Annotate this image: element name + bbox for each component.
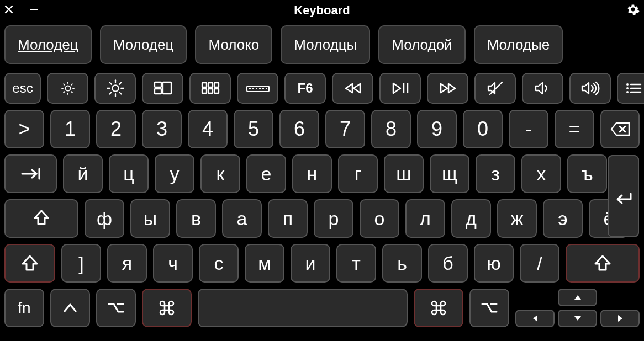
key-letter[interactable]: ю bbox=[474, 244, 514, 283]
caps-lock-icon bbox=[33, 210, 50, 227]
key-letter[interactable]: р bbox=[314, 199, 353, 238]
f6-key[interactable]: F6 bbox=[284, 73, 326, 104]
key-letter[interactable]: ] bbox=[61, 244, 101, 283]
key-letter[interactable]: а bbox=[222, 199, 262, 238]
key-letter[interactable]: й bbox=[63, 154, 103, 193]
suggestion-item[interactable]: Молоко bbox=[195, 25, 272, 64]
key-letter[interactable]: ц bbox=[109, 154, 149, 193]
key-letter[interactable]: т bbox=[336, 244, 376, 283]
command-right-key[interactable] bbox=[414, 289, 463, 327]
key-letter[interactable]: л bbox=[405, 199, 445, 238]
key-0[interactable]: 0 bbox=[463, 110, 503, 148]
key-letter[interactable]: х bbox=[521, 154, 561, 193]
volume-up-key[interactable] bbox=[569, 73, 611, 104]
letter-row-2: ф ы в а п р о л д ж э ё bbox=[4, 199, 640, 238]
spacebar-key[interactable] bbox=[198, 289, 408, 327]
list-icon bbox=[625, 82, 642, 94]
caps-lock-key[interactable] bbox=[4, 199, 78, 238]
shift-left-key[interactable] bbox=[4, 244, 55, 283]
key-letter[interactable]: / bbox=[520, 244, 559, 283]
svg-line-7 bbox=[71, 92, 72, 92]
key-letter[interactable]: ч bbox=[153, 244, 193, 283]
list-key[interactable] bbox=[617, 73, 644, 104]
arrow-left-key[interactable] bbox=[515, 310, 555, 327]
shift-right-key[interactable] bbox=[566, 244, 640, 283]
keyboard-backlight-key[interactable] bbox=[237, 73, 278, 104]
command-icon bbox=[430, 300, 447, 316]
key-letter[interactable]: г bbox=[338, 154, 378, 193]
arrow-left-icon bbox=[532, 315, 538, 322]
svg-line-8 bbox=[64, 92, 64, 92]
key-6[interactable]: 6 bbox=[279, 110, 319, 148]
svg-rect-20 bbox=[155, 89, 161, 94]
key-letter[interactable]: и bbox=[291, 244, 330, 283]
enter-key[interactable] bbox=[607, 154, 640, 238]
suggestion-bar: Молодец Молодец Молоко Молодцы Молодой М… bbox=[0, 19, 644, 71]
fn-key[interactable]: fn bbox=[4, 289, 44, 327]
suggestion-item[interactable]: Молодцы bbox=[281, 25, 370, 64]
key-letter[interactable]: ф bbox=[85, 199, 124, 238]
suggestion-item[interactable]: Молодец bbox=[4, 25, 92, 64]
suggestion-item[interactable]: Молодец bbox=[100, 25, 187, 64]
key-letter[interactable]: ь bbox=[382, 244, 422, 283]
volume-down-key[interactable] bbox=[522, 73, 563, 104]
arrow-down-key[interactable] bbox=[558, 310, 597, 327]
arrow-up-key[interactable] bbox=[558, 289, 597, 306]
key-letter[interactable]: д bbox=[451, 199, 491, 238]
arrow-right-key[interactable] bbox=[600, 310, 640, 327]
settings-button[interactable] bbox=[626, 3, 640, 16]
svg-rect-23 bbox=[208, 83, 213, 87]
key-9[interactable]: 9 bbox=[417, 110, 457, 148]
key-3[interactable]: 3 bbox=[142, 110, 182, 148]
key-letter[interactable]: н bbox=[292, 154, 332, 193]
fast-forward-key[interactable] bbox=[427, 73, 468, 104]
key-letter[interactable]: б bbox=[428, 244, 468, 283]
launchpad-key[interactable] bbox=[189, 73, 231, 104]
option-icon bbox=[108, 302, 124, 314]
key-1[interactable]: 1 bbox=[50, 110, 90, 148]
key-letter[interactable]: у bbox=[155, 154, 194, 193]
key-letter[interactable]: щ bbox=[430, 154, 469, 193]
key-letter[interactable]: ш bbox=[384, 154, 424, 193]
key-2[interactable]: 2 bbox=[96, 110, 136, 148]
brightness-up-key[interactable] bbox=[94, 73, 136, 104]
tab-icon bbox=[20, 168, 42, 180]
key-letter[interactable]: з bbox=[476, 154, 515, 193]
mute-key[interactable] bbox=[474, 73, 516, 104]
control-key[interactable] bbox=[50, 289, 90, 327]
key-letter[interactable]: е bbox=[246, 154, 286, 193]
key-5[interactable]: 5 bbox=[234, 110, 273, 148]
option-left-key[interactable] bbox=[96, 289, 136, 327]
keyboard-window: Keyboard Молодец Молодец Молоко Молодцы … bbox=[0, 0, 644, 341]
key-letter[interactable]: в bbox=[176, 199, 216, 238]
rewind-key[interactable] bbox=[332, 73, 373, 104]
key-letter[interactable]: к bbox=[200, 154, 240, 193]
key-7[interactable]: 7 bbox=[325, 110, 365, 148]
command-left-key[interactable] bbox=[142, 289, 192, 327]
suggestion-item[interactable]: Молодой bbox=[378, 25, 465, 64]
play-pause-icon bbox=[391, 82, 410, 95]
key-8[interactable]: 8 bbox=[371, 110, 411, 148]
key-letter[interactable]: с bbox=[199, 244, 239, 283]
escape-key[interactable]: esc bbox=[4, 73, 41, 104]
key-letter[interactable]: м bbox=[245, 244, 284, 283]
play-pause-key[interactable] bbox=[379, 73, 421, 104]
option-right-key[interactable] bbox=[469, 289, 509, 327]
volume-up-icon bbox=[580, 81, 600, 95]
key-4[interactable]: 4 bbox=[188, 110, 228, 148]
key-letter[interactable]: э bbox=[543, 199, 583, 238]
key-letter[interactable]: п bbox=[268, 199, 308, 238]
key-letter[interactable]: я bbox=[107, 244, 147, 283]
key-minus[interactable]: - bbox=[509, 110, 548, 148]
mission-control-key[interactable] bbox=[142, 73, 183, 104]
key-letter[interactable]: ж bbox=[497, 199, 537, 238]
key-letter[interactable]: ъ bbox=[567, 154, 607, 193]
suggestion-item[interactable]: Молодые bbox=[474, 25, 563, 64]
key-letter[interactable]: о bbox=[360, 199, 399, 238]
backspace-key[interactable] bbox=[600, 110, 640, 148]
tab-key[interactable] bbox=[4, 154, 57, 193]
key-letter[interactable]: ы bbox=[130, 199, 170, 238]
brightness-down-key[interactable] bbox=[47, 73, 88, 104]
key-equals[interactable]: = bbox=[555, 110, 594, 148]
key-section[interactable]: > bbox=[4, 110, 44, 148]
